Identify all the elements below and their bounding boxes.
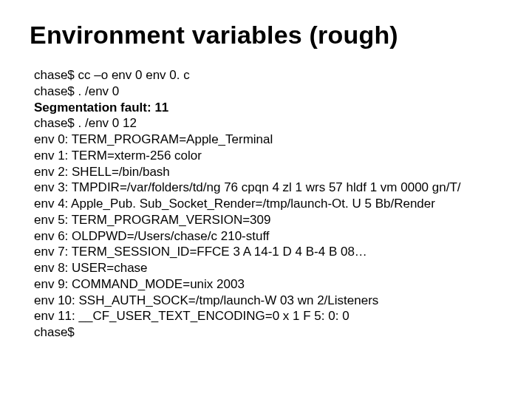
slide-title: Environment variables (rough) — [30, 21, 502, 50]
terminal-line: env 4: Apple_Pub. Sub_Socket_Render=/tmp… — [34, 196, 502, 212]
terminal-line: chase$ cc –o env 0 env 0. c — [34, 67, 502, 83]
terminal-line: env 9: COMMAND_MODE=unix 2003 — [34, 276, 502, 293]
terminal-line: env 7: TERM_SESSION_ID=FFCE 3 A 14-1 D 4… — [34, 244, 502, 260]
terminal-line: env 10: SSH_AUTH_SOCK=/tmp/launch-W 03 w… — [34, 293, 502, 309]
terminal-line: Segmentation fault: 11 — [34, 100, 502, 116]
terminal-line: env 6: OLDPWD=/Users/chase/c 210-stuff — [34, 228, 502, 245]
terminal-line: env 1: TERM=xterm-256 color — [34, 148, 502, 164]
terminal-line: chase$ — [34, 324, 502, 341]
terminal-line: env 5: TERM_PROGRAM_VERSION=309 — [34, 212, 502, 228]
terminal-line: env 2: SHELL=/bin/bash — [34, 164, 502, 180]
slide: Environment variables (rough) chase$ cc … — [0, 0, 532, 399]
terminal-line: env 3: TMPDIR=/var/folders/td/ng 76 cpqn… — [34, 180, 502, 196]
terminal-line: env 11: __CF_USER_TEXT_ENCODING=0 x 1 F … — [34, 308, 502, 324]
terminal-line: chase$ . /env 0 — [34, 83, 502, 100]
terminal-line: chase$ . /env 0 12 — [34, 115, 502, 132]
terminal-output: chase$ cc –o env 0 env 0. cchase$ . /env… — [30, 67, 502, 341]
terminal-line: env 8: USER=chase — [34, 260, 502, 276]
terminal-line: env 0: TERM_PROGRAM=Apple_Terminal — [34, 132, 502, 148]
